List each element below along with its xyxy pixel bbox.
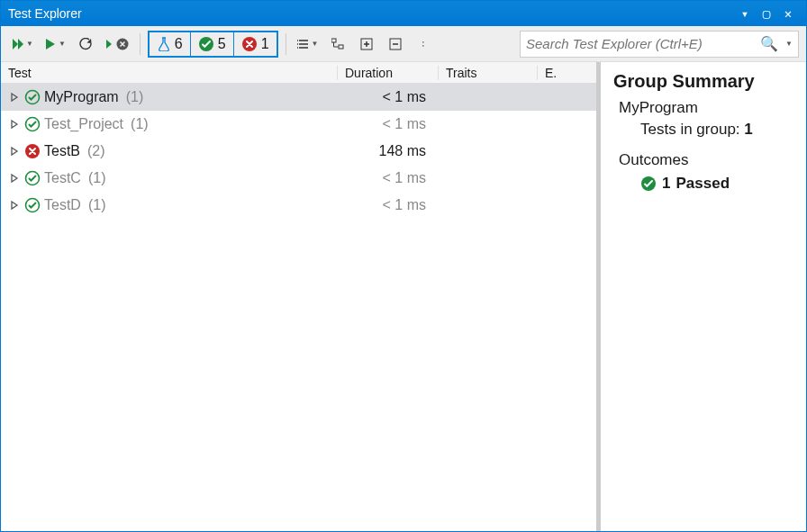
test-duration: < 1 ms xyxy=(338,89,439,105)
filter-passed-button[interactable]: 5 xyxy=(191,32,234,56)
toolbar: ▼ ▼ 6 5 1 xyxy=(1,26,806,62)
expander-icon[interactable] xyxy=(10,92,21,103)
test-list-pane: Test Duration Traits E. MyProgram(1)< 1 … xyxy=(1,62,597,531)
overflow-icon[interactable]: ·· xyxy=(417,41,431,48)
test-name: MyProgram xyxy=(44,89,119,105)
filter-failed-button[interactable]: 1 xyxy=(234,32,277,56)
separator xyxy=(286,33,286,55)
column-duration-header[interactable]: Duration xyxy=(338,66,439,80)
expand-all-button[interactable] xyxy=(354,32,379,57)
close-icon[interactable]: ✕ xyxy=(777,6,799,21)
summary-tests-count: 1 xyxy=(744,121,752,138)
chevron-down-icon: ▼ xyxy=(26,40,33,48)
test-count: (1) xyxy=(131,116,149,132)
summary-title: Group Summary xyxy=(613,71,793,92)
column-extra-header[interactable]: E. xyxy=(538,66,596,80)
separator xyxy=(140,33,141,55)
filter-total-button[interactable]: 6 xyxy=(150,32,191,56)
passed-count: 5 xyxy=(218,36,226,52)
test-count: (1) xyxy=(88,197,106,213)
expander-icon[interactable] xyxy=(10,173,21,184)
test-duration: < 1 ms xyxy=(338,170,439,186)
group-by-button[interactable] xyxy=(325,32,350,57)
search-box[interactable]: 🔍 ▼ xyxy=(520,31,799,58)
run-all-button[interactable]: ▼ xyxy=(8,32,37,57)
summary-outcomes-label: Outcomes xyxy=(619,151,793,169)
flask-icon xyxy=(157,37,171,51)
summary-tests-label: Tests in group: xyxy=(640,121,740,138)
summary-tests-line: Tests in group: 1 xyxy=(640,121,793,139)
window-title: Test Explorer xyxy=(8,6,734,21)
fail-icon xyxy=(241,36,258,52)
test-count: (2) xyxy=(87,143,105,159)
pass-icon xyxy=(198,36,214,52)
test-count: (1) xyxy=(88,170,106,186)
run-failed-button[interactable] xyxy=(102,32,132,57)
column-traits-header[interactable]: Traits xyxy=(439,66,538,80)
run-button[interactable]: ▼ xyxy=(41,32,69,57)
test-name: TestD xyxy=(44,197,81,213)
test-name: Test_Project xyxy=(44,116,123,132)
summary-passed-value: 1 xyxy=(662,175,670,193)
test-explorer-window: Test Explorer ▾ ▢ ✕ ▼ ▼ 6 5 xyxy=(0,0,807,532)
titlebar: Test Explorer ▾ ▢ ✕ xyxy=(1,1,806,26)
column-test-header[interactable]: Test xyxy=(1,66,338,80)
test-name: TestC xyxy=(44,170,81,186)
search-input[interactable] xyxy=(526,36,755,51)
test-row[interactable]: Test_Project(1)< 1 ms xyxy=(1,111,596,138)
chevron-down-icon: ▼ xyxy=(59,40,66,48)
pass-icon xyxy=(24,170,41,186)
test-duration: < 1 ms xyxy=(338,116,439,132)
summary-group-name: MyProgram xyxy=(619,99,793,117)
window-dropdown-icon[interactable]: ▾ xyxy=(734,6,756,21)
search-icon[interactable]: 🔍 xyxy=(760,35,778,52)
test-row[interactable]: TestD(1)< 1 ms xyxy=(1,192,596,219)
pass-icon xyxy=(24,89,41,105)
maximize-icon[interactable]: ▢ xyxy=(756,6,777,21)
pass-icon xyxy=(640,176,657,192)
summary-passed-word: Passed xyxy=(676,175,730,193)
pass-icon xyxy=(24,197,41,213)
playlist-button[interactable]: ▼ xyxy=(294,32,322,57)
test-row[interactable]: MyProgram(1)< 1 ms xyxy=(1,84,596,111)
test-counters: 6 5 1 xyxy=(148,31,278,58)
expander-icon[interactable] xyxy=(10,146,21,157)
total-count: 6 xyxy=(175,36,183,52)
chevron-down-icon[interactable]: ▼ xyxy=(785,40,793,48)
test-duration: 148 ms xyxy=(338,143,439,159)
column-headers: Test Duration Traits E. xyxy=(1,62,596,84)
collapse-all-button[interactable] xyxy=(383,32,408,57)
test-row[interactable]: TestB(2)148 ms xyxy=(1,138,596,165)
expander-icon[interactable] xyxy=(10,200,21,211)
summary-passed-row: 1 Passed xyxy=(640,175,793,193)
test-row[interactable]: TestC(1)< 1 ms xyxy=(1,165,596,192)
chevron-down-icon: ▼ xyxy=(312,40,319,48)
expander-icon[interactable] xyxy=(10,119,21,130)
test-name: TestB xyxy=(44,143,80,159)
fail-icon xyxy=(24,143,41,159)
repeat-last-run-button[interactable] xyxy=(73,32,98,57)
content-area: Test Duration Traits E. MyProgram(1)< 1 … xyxy=(1,62,806,531)
pass-icon xyxy=(24,116,41,132)
summary-pane: Group Summary MyProgram Tests in group: … xyxy=(597,62,806,531)
test-count: (1) xyxy=(126,89,144,105)
failed-count: 1 xyxy=(261,36,269,52)
test-rows: MyProgram(1)< 1 msTest_Project(1)< 1 msT… xyxy=(1,84,596,531)
test-duration: < 1 ms xyxy=(338,197,439,213)
